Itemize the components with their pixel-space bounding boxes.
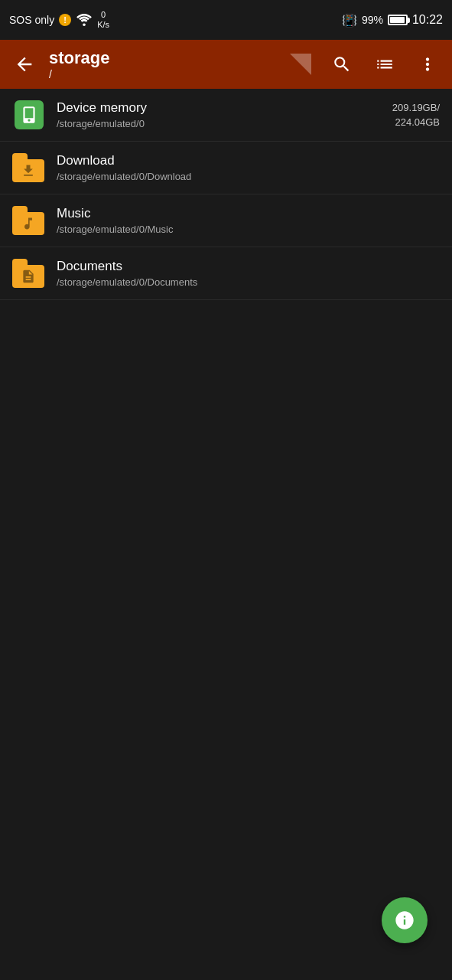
- download-info: Download /storage/emulated/0/Download: [57, 153, 440, 182]
- status-right: 📳 99% 10:22: [342, 13, 443, 28]
- device-memory-name: Device memory: [57, 100, 392, 116]
- file-list: Device memory /storage/emulated/0 209.19…: [0, 89, 452, 300]
- info-icon: [394, 910, 415, 931]
- wifi-icon: [76, 13, 93, 27]
- download-name: Download: [57, 153, 440, 168]
- device-memory-path: /storage/emulated/0: [57, 118, 392, 129]
- download-folder-icon-wrapper: [12, 151, 46, 185]
- phone-vibrate-icon: 📳: [342, 13, 357, 28]
- sos-label: SOS only: [9, 14, 54, 26]
- music-info: Music /storage/emulated/0/Music: [57, 206, 440, 235]
- music-path: /storage/emulated/0/Music: [57, 224, 440, 235]
- music-folder-icon: [12, 206, 46, 235]
- toolbar-icons: [327, 49, 443, 80]
- page-title: storage: [49, 48, 281, 68]
- corner-decoration: [290, 54, 311, 75]
- data-speed: 0 K/s: [97, 10, 109, 30]
- documents-folder-icon: [12, 259, 46, 288]
- clock: 10:22: [412, 13, 443, 27]
- list-item[interactable]: Documents /storage/emulated/0/Documents: [0, 247, 452, 300]
- battery-icon: [388, 15, 408, 25]
- back-button[interactable]: [9, 49, 40, 80]
- music-name: Music: [57, 206, 440, 221]
- list-item[interactable]: Music /storage/emulated/0/Music: [0, 194, 452, 247]
- list-item[interactable]: Download /storage/emulated/0/Download: [0, 142, 452, 194]
- status-bar: SOS only ! 0 K/s 📳 99% 10:22: [0, 0, 452, 40]
- list-item[interactable]: Device memory /storage/emulated/0 209.19…: [0, 89, 452, 142]
- battery-percent: 99%: [362, 14, 383, 26]
- page-path: /: [49, 68, 281, 80]
- documents-info: Documents /storage/emulated/0/Documents: [57, 259, 440, 288]
- documents-folder-icon-wrapper: [12, 256, 46, 290]
- list-view-button[interactable]: [369, 49, 400, 80]
- device-memory-icon: [15, 100, 44, 129]
- device-memory-icon-wrapper: [12, 98, 46, 132]
- app-bar: storage /: [0, 40, 452, 89]
- documents-path: /storage/emulated/0/Documents: [57, 276, 440, 288]
- download-path: /storage/emulated/0/Download: [57, 171, 440, 182]
- exclamation-icon: !: [59, 14, 71, 26]
- device-memory-size: 209.19GB/ 224.04GB: [392, 100, 440, 130]
- download-folder-icon: [12, 153, 46, 182]
- title-container: storage /: [49, 48, 281, 80]
- info-fab-button[interactable]: [382, 897, 428, 943]
- documents-name: Documents: [57, 259, 440, 274]
- search-button[interactable]: [327, 49, 357, 80]
- device-memory-info: Device memory /storage/emulated/0: [57, 100, 392, 129]
- more-options-button[interactable]: [412, 49, 443, 80]
- status-left: SOS only ! 0 K/s: [9, 10, 109, 30]
- music-folder-icon-wrapper: [12, 204, 46, 237]
- svg-point-0: [83, 24, 86, 27]
